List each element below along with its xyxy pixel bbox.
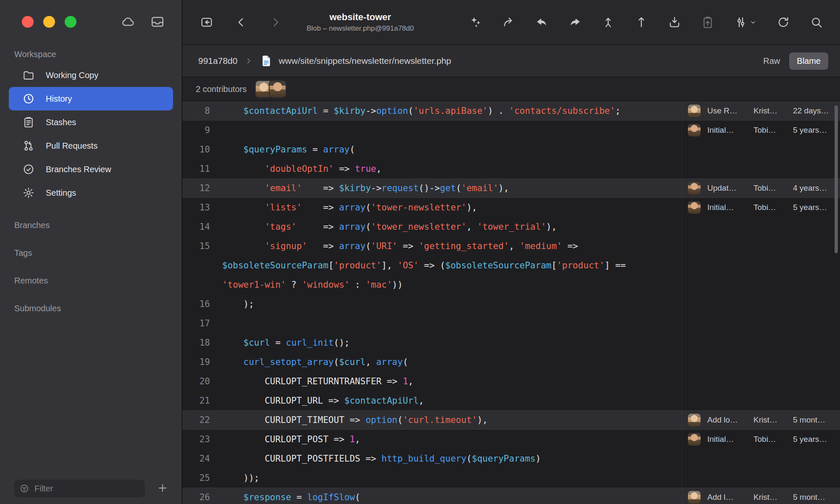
blame-annotation[interactable]: Initial…Tobi…5 years… — [682, 430, 840, 449]
undo-button[interactable] — [535, 16, 549, 29]
line-number: 26 — [182, 488, 210, 504]
window-subtitle: Blob – newsletter.php@991a78d0 — [307, 25, 414, 32]
zoom-window-button[interactable] — [65, 16, 76, 28]
code-row[interactable]: 9Initial…Tobi…5 years… — [182, 121, 840, 140]
pull-request-icon — [22, 139, 35, 152]
code-row[interactable]: 'tower1-win' ? 'windows' : 'mac')) — [182, 275, 840, 294]
close-window-button[interactable] — [22, 16, 34, 28]
blame-annotation[interactable]: Use R…Krist…22 days… — [682, 101, 840, 121]
blame-author: Tobi… — [753, 198, 793, 217]
code-row[interactable]: 20 CURLOPT_RETURNTRANSFER => 1, — [182, 372, 840, 391]
export-button[interactable] — [502, 16, 515, 29]
code-row[interactable]: 16 ); — [182, 294, 840, 314]
checkout-button[interactable] — [601, 16, 615, 29]
code-row[interactable]: 14 'tags' => array('tower_newsletter', '… — [182, 217, 840, 236]
sidebar-group-submodules[interactable]: Submodules — [0, 294, 182, 322]
filter-input[interactable] — [34, 483, 140, 494]
sidebar-item-stashes[interactable]: Stashes — [9, 110, 173, 134]
push-button[interactable] — [635, 16, 648, 29]
blame-annotation[interactable]: Initial…Tobi…5 years… — [682, 198, 840, 217]
code-row[interactable]: 26 $response = logIfSlow(Add l…Krist…5 m… — [182, 488, 840, 504]
blame-date: 5 mont… — [793, 410, 840, 430]
code-row[interactable]: 15 'signup' => array('URI' => 'getting_s… — [182, 236, 840, 256]
raw-view-button[interactable]: Raw — [759, 53, 784, 69]
tray-icon[interactable] — [150, 14, 165, 29]
sidebar-item-label: Working Copy — [46, 71, 98, 80]
filter-icon — [19, 483, 29, 494]
sidebar-header — [0, 0, 182, 44]
avatar-tobias[interactable] — [269, 80, 286, 98]
code-row[interactable]: 22 CURLOPT_TIMEOUT => option('curl.timeo… — [182, 410, 840, 430]
sidebar-item-label: Branches Review — [46, 165, 111, 174]
archive-button[interactable] — [668, 16, 681, 29]
code-line: 'doubleOptIn' => true, — [210, 159, 840, 178]
code-row[interactable]: 17 — [182, 314, 840, 333]
search-icon — [810, 16, 823, 29]
code-row[interactable]: 21 CURLOPT_URL => $contactApiUrl, — [182, 391, 840, 410]
code-row[interactable]: 12 'email' => $kirby->request()->get('em… — [182, 178, 840, 198]
clock-icon — [22, 92, 35, 105]
code-row[interactable]: 8 $contactApiUrl = $kirby->option('urls.… — [182, 101, 840, 121]
sidebar-item-working-copy[interactable]: Working Copy — [9, 63, 173, 87]
view-box-icon — [200, 16, 213, 29]
code-row[interactable]: 24 CURLOPT_POSTFIELDS => http_build_quer… — [182, 449, 840, 468]
workspace-label: Workspace — [0, 50, 182, 59]
code-row[interactable]: 23 CURLOPT_POST => 1,Initial…Tobi…5 year… — [182, 430, 840, 449]
code-row[interactable]: 25 )); — [182, 468, 840, 488]
checkout-icon — [601, 16, 615, 29]
blame-message: Initial… — [707, 121, 753, 140]
breadcrumb-commit[interactable]: 991a78d0 — [198, 56, 237, 66]
plus-icon — [157, 483, 168, 494]
view-options-button[interactable] — [734, 16, 757, 29]
code-row[interactable]: 19 curl_setopt_array($curl, array( — [182, 352, 840, 372]
line-number: 16 — [182, 294, 210, 314]
blame-annotation[interactable]: Updat…Tobi…4 years… — [682, 178, 840, 198]
sidebar-item-pull-requests[interactable]: Pull Requests — [9, 134, 173, 158]
sidebar-item-branches-review[interactable]: Branches Review — [9, 158, 173, 181]
avatar-tobias — [688, 124, 701, 136]
blame-annotation[interactable]: Initial…Tobi…5 years… — [682, 121, 840, 140]
toolbar-left — [200, 16, 282, 29]
back-button[interactable] — [234, 16, 248, 29]
sidebar-group-remotes[interactable]: Remotes — [0, 267, 182, 294]
clipboard-button[interactable] — [701, 16, 714, 29]
contributors-bar: 2 contributors — [182, 77, 840, 101]
arrow-up-icon — [635, 16, 648, 29]
sidebar-item-label: Settings — [46, 188, 76, 198]
sidebar-item-settings[interactable]: Settings — [9, 181, 173, 205]
code-row[interactable]: 13 'lists' => array('tower-newsletter'),… — [182, 198, 840, 217]
blame-date: 5 years… — [793, 430, 840, 449]
blame-view-button[interactable]: Blame — [789, 52, 828, 70]
forward-button[interactable] — [269, 16, 282, 29]
blame-annotation[interactable]: Add l…Krist…5 mont… — [682, 488, 840, 504]
scrollbar-thumb[interactable] — [835, 105, 838, 253]
line-number — [182, 275, 210, 294]
redo-button[interactable] — [568, 16, 582, 29]
code-row[interactable]: 10 $queryParams = array( — [182, 140, 840, 159]
sidebar-item-history[interactable]: History — [9, 87, 173, 110]
sidebar-group-branches[interactable]: Branches — [0, 211, 182, 239]
blame-annotation[interactable]: Add lo…Krist…5 mont… — [682, 410, 840, 430]
view-box-button[interactable] — [200, 16, 213, 29]
code-row[interactable]: $obsoleteSourceParam['product'], 'OS' =>… — [182, 256, 840, 275]
blame-author: Tobi… — [753, 178, 793, 198]
blame-message: Use R… — [707, 101, 753, 121]
wand-button[interactable] — [469, 16, 482, 29]
refresh-button[interactable] — [777, 16, 790, 29]
undo-icon — [535, 16, 549, 29]
line-number: 21 — [182, 391, 210, 410]
code-row[interactable]: 11 'doubleOptIn' => true, — [182, 159, 840, 178]
code-line: $obsoleteSourceParam['product'], 'OS' =>… — [210, 256, 840, 275]
cloud-icon[interactable] — [121, 14, 136, 29]
avatar-tobias — [688, 182, 701, 194]
archive-down-icon — [668, 16, 681, 29]
minimize-window-button[interactable] — [43, 16, 55, 28]
line-number: 9 — [182, 121, 210, 140]
code-line: CURLOPT_POSTFIELDS => http_build_query($… — [210, 449, 840, 468]
search-button[interactable] — [810, 16, 823, 29]
code-row[interactable]: 18 $curl = curl_init(); — [182, 333, 840, 352]
add-button[interactable] — [152, 480, 173, 496]
sidebar-groups: BranchesTagsRemotesSubmodules — [0, 211, 182, 322]
refresh-icon — [777, 16, 790, 29]
sidebar-group-tags[interactable]: Tags — [0, 239, 182, 267]
